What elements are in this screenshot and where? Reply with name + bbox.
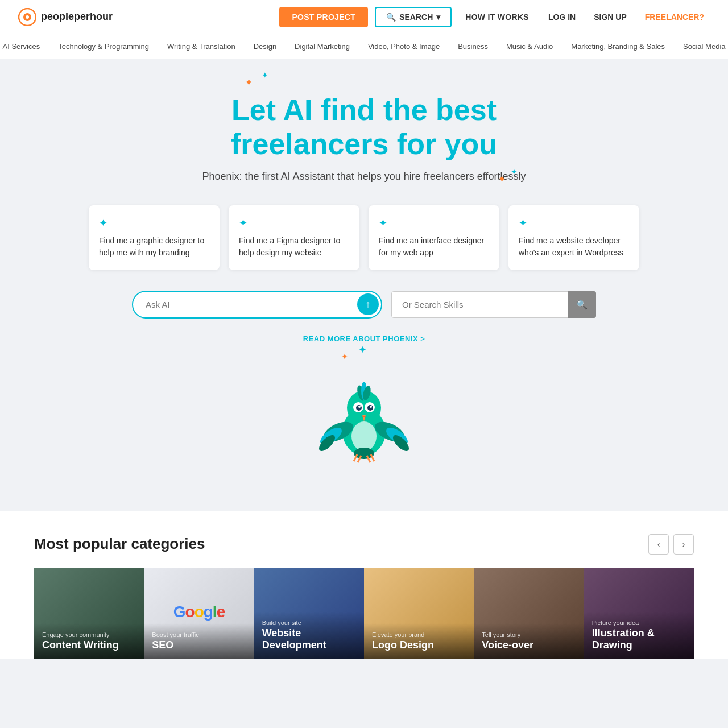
category-tiles: Engage your community Content Writing Go… bbox=[34, 568, 694, 659]
svg-point-22 bbox=[351, 421, 377, 451]
tile-overlay: Engage your community Content Writing bbox=[34, 623, 144, 659]
next-arrow-button[interactable]: › bbox=[673, 534, 694, 555]
category-nav-item[interactable]: Marketing, Branding & Sales bbox=[562, 34, 674, 59]
category-tile[interactable]: Elevate your brand Logo Design bbox=[364, 568, 474, 659]
bird-section: ✦ ✦ bbox=[23, 352, 705, 489]
category-nav-item[interactable]: Music & Audio bbox=[497, 34, 562, 59]
send-icon: ↑ bbox=[366, 299, 371, 311]
suggestion-card[interactable]: ✦ Find me a Figma designer to help desig… bbox=[229, 205, 359, 270]
search-icon: 🔍 bbox=[576, 299, 588, 310]
tile-small-label: Picture your idea bbox=[592, 619, 686, 626]
skill-search-input[interactable] bbox=[391, 291, 596, 318]
navbar: peopleperhour POST PROJECT 🔍 SEARCH ▾ HO… bbox=[0, 0, 728, 34]
tile-overlay: Tell your story Voice-over bbox=[474, 623, 584, 659]
category-nav-item[interactable]: Video, Photo & Image bbox=[359, 34, 449, 59]
svg-point-2 bbox=[26, 15, 29, 19]
search-button-label: SEARCH bbox=[399, 13, 433, 22]
tile-big-label: Website Development bbox=[262, 627, 356, 651]
category-tile[interactable]: Tell your story Voice-over bbox=[474, 568, 584, 659]
tile-overlay: Build your site Website Development bbox=[254, 611, 364, 659]
search-row: ↑ 🔍 bbox=[23, 291, 705, 318]
most-popular-section: Most popular categories ‹ › Engage your … bbox=[0, 511, 728, 659]
category-nav: AI ServicesTechnology & ProgrammingWriti… bbox=[0, 34, 728, 59]
nav-actions: POST PROJECT 🔍 SEARCH ▾ HOW IT WORKS LOG… bbox=[279, 7, 710, 27]
freelancer-button[interactable]: FREELANCER? bbox=[639, 8, 710, 26]
google-logo: Google bbox=[173, 602, 225, 621]
how-it-works-button[interactable]: HOW IT WORKS bbox=[458, 8, 536, 26]
signup-button[interactable]: SIGN UP bbox=[588, 8, 632, 26]
tile-big-label: Illustration & Drawing bbox=[592, 627, 686, 651]
tile-big-label: Logo Design bbox=[372, 639, 466, 651]
suggestion-card-text: Find me a graphic designer to help me wi… bbox=[99, 235, 209, 259]
logo[interactable]: peopleperhour bbox=[18, 8, 113, 26]
tile-overlay: Picture your idea Illustration & Drawing bbox=[584, 611, 694, 659]
category-tile[interactable]: Google Boost your traffic SEO bbox=[144, 568, 254, 659]
category-nav-item[interactable]: Technology & Programming bbox=[49, 34, 158, 59]
hero-subtitle: Phoenix: the first AI Assistant that hel… bbox=[23, 171, 705, 183]
nav-arrows: ‹ › bbox=[648, 534, 694, 555]
skill-search-button[interactable]: 🔍 bbox=[568, 291, 596, 318]
tile-big-label: Content Writing bbox=[42, 639, 136, 651]
tile-small-label: Engage your community bbox=[42, 631, 136, 638]
suggestion-card-text: Find me a website developer who's an exp… bbox=[519, 235, 629, 259]
search-icon: 🔍 bbox=[386, 13, 396, 22]
tile-overlay: Elevate your brand Logo Design bbox=[364, 623, 474, 659]
post-project-button[interactable]: POST PROJECT bbox=[279, 7, 368, 27]
ai-search-wrap: ↑ bbox=[132, 291, 382, 318]
logo-icon bbox=[18, 8, 36, 26]
logo-text: peopleperhour bbox=[41, 11, 113, 23]
category-tile[interactable]: Engage your community Content Writing bbox=[34, 568, 144, 659]
chevron-down-icon: ▾ bbox=[436, 13, 440, 22]
category-nav-item[interactable]: AI Services bbox=[0, 34, 49, 59]
tile-big-label: SEO bbox=[152, 639, 246, 651]
ai-search-button[interactable]: ↑ bbox=[357, 293, 379, 315]
tile-small-label: Build your site bbox=[262, 619, 356, 626]
tile-big-label: Voice-over bbox=[482, 639, 576, 651]
suggestion-card-text: Find me a Figma designer to help design … bbox=[239, 235, 349, 259]
ai-search-input[interactable] bbox=[132, 291, 382, 318]
suggestion-card-text: Find me an interface designer for my web… bbox=[379, 235, 489, 259]
svg-point-13 bbox=[370, 406, 372, 408]
sparkle-icon: ✦ bbox=[239, 217, 349, 229]
category-nav-item[interactable]: Social Media bbox=[674, 34, 728, 59]
suggestion-card[interactable]: ✦ Find me an interface designer for my w… bbox=[369, 205, 499, 270]
suggestion-card[interactable]: ✦ Find me a website developer who's an e… bbox=[508, 205, 639, 270]
skill-search-wrap: 🔍 bbox=[391, 291, 596, 318]
hero-title-line2: freelancers for you bbox=[231, 127, 497, 160]
category-nav-item[interactable]: Design bbox=[245, 34, 286, 59]
prev-arrow-button[interactable]: ‹ bbox=[648, 534, 669, 555]
tile-small-label: Tell your story bbox=[482, 631, 576, 638]
sparkle-1: ✦ bbox=[245, 76, 253, 89]
sparkle-bird-2: ✦ bbox=[358, 344, 367, 356]
category-tile[interactable]: Build your site Website Development bbox=[254, 568, 364, 659]
svg-point-12 bbox=[358, 406, 361, 408]
tile-overlay: Boost your traffic SEO bbox=[144, 623, 254, 659]
sparkle-2: ✦ bbox=[262, 71, 268, 80]
suggestion-cards: ✦ Find me a graphic designer to help me … bbox=[23, 205, 705, 270]
phoenix-mascot bbox=[307, 358, 421, 471]
read-more-link[interactable]: READ MORE ABOUT PHOENIX > bbox=[23, 334, 705, 343]
category-nav-item[interactable]: Business bbox=[449, 34, 497, 59]
suggestion-card[interactable]: ✦ Find me a graphic designer to help me … bbox=[89, 205, 220, 270]
tile-small-label: Elevate your brand bbox=[372, 631, 466, 638]
login-button[interactable]: LOG IN bbox=[543, 8, 581, 26]
sparkle-icon: ✦ bbox=[519, 217, 629, 229]
section-title: Most popular categories bbox=[34, 535, 205, 553]
category-nav-item[interactable]: Digital Marketing bbox=[286, 34, 359, 59]
hero-title-line1: Let AI find the best bbox=[231, 93, 497, 126]
tile-small-label: Boost your traffic bbox=[152, 631, 246, 638]
search-button[interactable]: 🔍 SEARCH ▾ bbox=[375, 7, 452, 27]
section-header: Most popular categories ‹ › bbox=[34, 534, 694, 555]
category-tile[interactable]: Picture your idea Illustration & Drawing bbox=[584, 568, 694, 659]
hero-title: Let AI find the best freelancers for you bbox=[23, 93, 705, 162]
sparkle-icon: ✦ bbox=[379, 217, 489, 229]
sparkle-icon: ✦ bbox=[99, 217, 209, 229]
category-nav-item[interactable]: Writing & Translation bbox=[158, 34, 245, 59]
hero-section: ✦ ✦ ✦ ✦ Let AI find the best freelancers… bbox=[0, 59, 728, 511]
svg-point-23 bbox=[354, 448, 374, 459]
